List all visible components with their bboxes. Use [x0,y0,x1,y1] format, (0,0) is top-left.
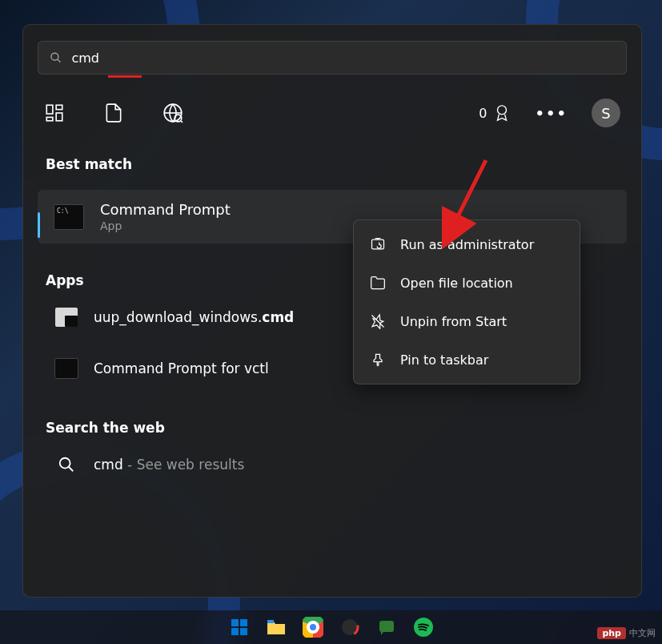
context-menu: Run as administrator Open file location … [353,219,580,384]
user-avatar[interactable]: S [592,99,620,127]
svg-point-0 [51,53,58,60]
chat-app-icon[interactable] [375,616,398,638]
svg-line-1 [58,59,61,62]
admin-shield-icon [370,236,386,252]
menu-label: Open file location [400,276,513,291]
rewards-count: 0 [479,106,487,121]
search-input[interactable] [71,50,615,66]
rewards-indicator[interactable]: 0 [479,104,511,122]
command-prompt-icon [54,357,79,380]
apps-filter-icon[interactable] [44,103,65,123]
command-prompt-icon: C:\ [54,204,84,230]
result-title: Command Prompt [100,201,231,218]
open-file-location-item[interactable]: Open file location [359,264,575,302]
web-filter-icon[interactable] [162,103,183,123]
web-search-item[interactable]: cmd - See web results [38,442,627,487]
run-as-admin-item[interactable]: Run as administrator [359,225,575,264]
menu-label: Pin to taskbar [400,352,488,368]
start-button[interactable] [228,616,251,638]
svg-rect-2 [46,105,53,114]
more-options-icon[interactable]: ••• [535,105,568,122]
web-search-label: cmd - See web results [94,457,244,473]
result-subtitle: App [100,219,231,232]
svg-rect-18 [240,619,247,626]
svg-rect-17 [231,619,239,626]
svg-point-11 [60,458,70,469]
taskbar [0,610,662,644]
watermark: php 中文网 [597,627,656,639]
folder-icon [370,275,386,291]
app-icon-generic[interactable] [339,616,361,638]
unpin-start-item[interactable]: Unpin from Start [359,302,575,340]
svg-rect-20 [240,628,247,635]
documents-filter-icon[interactable] [103,103,124,123]
app-result-label: Command Prompt for vctl [94,360,269,376]
search-icon [50,51,62,64]
watermark-badge: php [597,627,626,639]
best-match-heading: Best match [46,156,627,172]
menu-label: Run as administrator [400,237,534,252]
svg-rect-29 [379,621,394,632]
svg-line-9 [181,121,183,123]
search-web-heading: Search the web [46,420,627,436]
selection-indicator [38,212,40,238]
cmd-file-icon [54,306,79,328]
svg-line-12 [69,467,74,472]
svg-rect-21 [267,620,274,623]
unpin-icon [370,313,386,329]
search-icon [54,453,79,476]
svg-rect-3 [56,105,62,109]
file-explorer-icon[interactable] [265,616,287,638]
annotation-underline [108,75,142,78]
watermark-text: 中文网 [629,627,656,639]
svg-rect-5 [46,117,53,120]
app-result-label: uup_download_windows.cmd [94,309,294,325]
menu-label: Unpin from Start [400,314,507,329]
search-toolbar: 0 ••• S [38,99,627,127]
chrome-icon[interactable] [302,616,324,638]
rewards-medal-icon [493,104,511,122]
svg-rect-4 [56,113,62,121]
svg-point-28 [342,619,358,635]
svg-point-10 [498,106,507,115]
svg-rect-19 [231,628,239,635]
pin-icon [370,352,386,368]
spotify-icon[interactable] [412,616,435,638]
pin-taskbar-item[interactable]: Pin to taskbar [359,340,575,379]
search-box[interactable] [38,41,627,74]
